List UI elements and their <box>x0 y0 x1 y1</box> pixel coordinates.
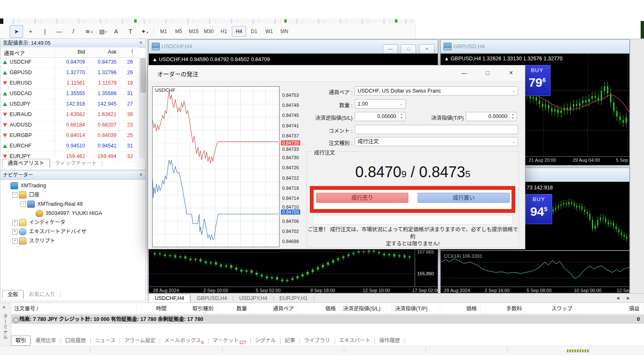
navigator-item-6[interactable]: +スクリプト <box>0 236 145 246</box>
market-watch-row-eurusd[interactable]: EURUSD1.115611.1157918 <box>0 78 139 89</box>
tool-horizontal-line-icon[interactable]: — <box>52 25 66 38</box>
orders-column-2[interactable]: 取引種別 <box>170 305 217 314</box>
orders-column-5[interactable]: 価格 <box>298 305 340 314</box>
market-watch-row-eurgbp[interactable]: EURGBP0.840140.8403925 <box>0 131 139 141</box>
terminal-tab-11[interactable]: 操作履歴 <box>375 336 404 345</box>
market-watch-row-usdcad[interactable]: USDCAD1.355551.3558631 <box>0 89 139 99</box>
close-icon[interactable]: × <box>504 68 518 78</box>
market-watch-scrollbar[interactable] <box>139 57 146 158</box>
orders-column-4[interactable]: 通貨ペア <box>251 305 298 314</box>
chart-tab-eurjpyh1[interactable]: EURJPY,H1 <box>274 294 314 303</box>
market-watch-column-header[interactable]: 通貨ペア Bid Ask ! <box>0 47 139 58</box>
market-watch-header[interactable]: 気配値表示: 14:49:05 × <box>0 39 145 48</box>
col-bid[interactable]: Bid <box>55 49 85 55</box>
minimize-icon[interactable]: — <box>457 68 471 78</box>
market-watch-row-usdjpy[interactable]: USDJPY142.918142.94527 <box>0 99 139 110</box>
orders-column-3[interactable]: 数量 <box>217 305 251 314</box>
take-profit-input[interactable]: 0.00000 ▲▼ <box>466 112 517 121</box>
navigator-item-5[interactable]: +エキスパートアドバイザ <box>0 227 145 236</box>
chart-tab-gbpusdh4[interactable]: GBPUSD,H4 <box>191 294 233 303</box>
terminal-tab-2[interactable]: 口座履歴 <box>61 336 90 345</box>
tool-objects-icon[interactable]: ✦▾ <box>138 25 151 38</box>
timeframe-M1[interactable]: M1 <box>156 26 171 37</box>
chart-tab-usdchfh4[interactable]: USDCHF,H4 <box>148 294 190 303</box>
terminal-tab-10[interactable]: エキスパート <box>335 336 375 345</box>
close-icon[interactable]: × <box>138 40 144 46</box>
terminal-tab-0[interactable]: 取引 <box>11 336 31 346</box>
navigator-item-3[interactable]: 35034997: YUUKI HIGA <box>0 209 145 218</box>
eurjpy-candle-chart[interactable] <box>150 247 415 286</box>
navigator-item-2[interactable]: −XMTrading-Real 49 <box>0 199 145 209</box>
expand-icon[interactable]: + <box>12 238 18 244</box>
comment-input[interactable] <box>355 125 518 134</box>
tool-text-icon[interactable]: A <box>109 25 123 38</box>
col-symbol[interactable]: 通貨ペア <box>4 49 25 57</box>
order-dialog-title-bar[interactable]: オーダーの発注 — □ × <box>148 65 525 82</box>
tool-text-label-icon[interactable]: T <box>124 25 137 38</box>
order-type-select[interactable]: 成行注文⌄ <box>355 137 518 146</box>
volume-select[interactable]: 1.00⌄ <box>355 99 406 109</box>
buy-by-market-button[interactable]: 成行買い <box>418 193 510 203</box>
close-icon[interactable]: × <box>419 44 434 54</box>
symbol-select[interactable]: USDCHF, US Dollar vs Swiss Franc⌄ <box>355 86 518 96</box>
workspace-scrollbar[interactable] <box>630 39 644 293</box>
terminal-tab-9[interactable]: ライブラリ <box>300 336 335 345</box>
gbpusd-title-bar[interactable]: GBPUSD,H4 <box>441 40 629 54</box>
expand-icon[interactable]: + <box>12 229 18 235</box>
balance-row[interactable]: 残高: 7 780 JPY クレジット計: 10 000 有効証拠金: 17 7… <box>11 315 644 324</box>
restore-icon[interactable]: □ <box>401 44 416 54</box>
col-ask[interactable]: Ask <box>87 49 117 55</box>
market-watch-row-eurchf[interactable]: EURCHF0.945100.9454131 <box>0 141 139 152</box>
tool-vertical-line-icon[interactable]: | <box>38 25 52 38</box>
timeframe-M5[interactable]: M5 <box>171 26 186 37</box>
close-icon[interactable]: × <box>3 305 5 310</box>
orders-column-10[interactable]: スワップ <box>526 305 576 314</box>
timeframe-M30[interactable]: M30 <box>202 26 216 37</box>
orders-column-8[interactable]: 価格 <box>440 305 480 314</box>
terminal-tab-1[interactable]: 運用比率 <box>31 336 60 345</box>
timeframe-H4[interactable]: H4 <box>232 26 246 37</box>
navigator-item-0[interactable]: XMTrading <box>0 181 145 190</box>
gbpusd-one-click-buy-button[interactable]: BUY 796 <box>524 65 551 96</box>
tool-trendline-icon[interactable]: / <box>67 25 80 38</box>
market-watch-tab-1[interactable]: ティックチャート <box>50 159 102 168</box>
maximize-icon[interactable]: □ <box>480 68 495 78</box>
market-watch-row-audusd[interactable]: AUDUSD0.681840.6820723 <box>0 120 139 131</box>
navigator-header[interactable]: ナビゲーター × <box>0 171 145 180</box>
tool-fibonacci-icon[interactable]: ▤F <box>95 25 109 38</box>
indicator-splitter[interactable] <box>441 250 629 251</box>
terminal-tab-8[interactable]: 記事 <box>280 336 299 345</box>
navigator-item-1[interactable]: −口座 <box>0 190 145 199</box>
market-watch-row-euraud[interactable]: EURAUD1.635821.6362139 <box>0 110 139 120</box>
terminal-tab-5[interactable]: メールボックス6 <box>160 336 208 345</box>
sell-by-market-button[interactable]: 成行売り <box>316 193 408 203</box>
usdchf-title-bar[interactable]: USDCHF,H4 — □ × <box>149 40 438 54</box>
terminal-tab-7[interactable]: シグナル <box>251 336 280 345</box>
scrollbar-thumb[interactable] <box>140 58 146 93</box>
usdjpy-candle-chart[interactable] <box>551 186 629 248</box>
collapse-icon[interactable]: − <box>21 202 26 207</box>
chart-tab-usdjpyh4[interactable]: USDJPY,H4 <box>233 294 273 303</box>
collapse-icon[interactable]: − <box>12 192 18 198</box>
close-icon[interactable]: × <box>138 172 144 178</box>
spinner-arrows[interactable]: ▲▼ <box>509 113 516 120</box>
timeframe-D1[interactable]: D1 <box>247 26 261 37</box>
orders-column-1[interactable]: 時間 <box>137 305 170 314</box>
minimize-icon[interactable]: — <box>383 44 398 54</box>
market-watch-tab-0[interactable]: 通貨ペアリスト <box>2 159 50 168</box>
tool-equidistant-channel-icon[interactable]: ≋E <box>81 25 94 38</box>
usdjpy-one-click-buy-button[interactable]: BUY 945 <box>525 194 552 224</box>
timeframe-MN[interactable]: MN <box>277 26 291 37</box>
tab-scroll-arrows[interactable]: ◄► <box>615 295 636 300</box>
terminal-tab-4[interactable]: アラーム設定 <box>120 336 160 345</box>
timeframe-M15[interactable]: M15 <box>187 26 201 37</box>
expand-icon[interactable]: + <box>12 220 18 225</box>
col-spread[interactable]: ! <box>119 49 133 55</box>
tool-crosshair-icon[interactable]: + <box>24 25 37 38</box>
orders-column-11[interactable]: 損益 <box>576 305 643 314</box>
navigator-tab-1[interactable]: お気に入り <box>24 290 60 299</box>
orders-column-6[interactable]: 決済逆指値(S/L) <box>340 305 392 314</box>
market-watch-row-gbpusd[interactable]: GBPUSD1.327701.3279626 <box>0 68 139 78</box>
market-watch-row-usdchf[interactable]: USDCHF0.847090.8473526 <box>0 57 139 68</box>
timeframe-H1[interactable]: H1 <box>217 26 231 37</box>
